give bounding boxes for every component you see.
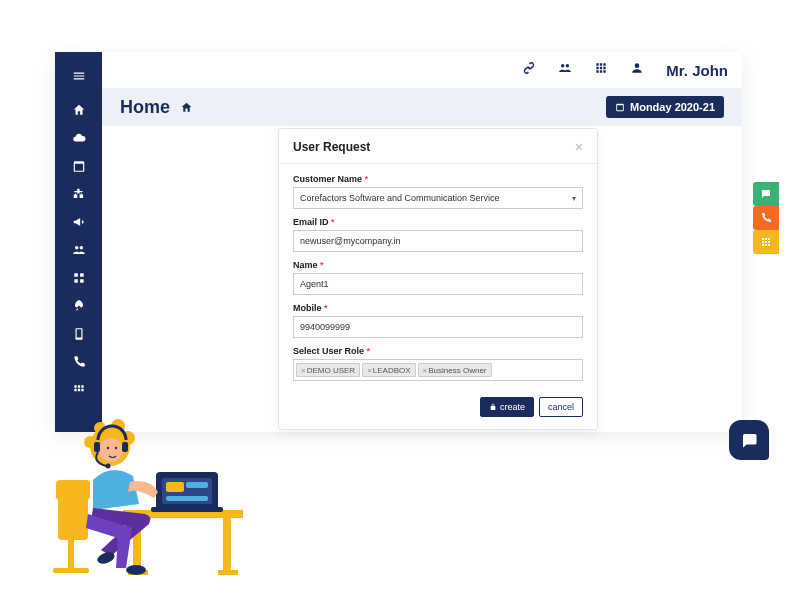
sidebar — [55, 52, 102, 432]
svg-rect-8 — [218, 570, 238, 575]
svg-point-16 — [96, 550, 116, 566]
svg-rect-23 — [94, 442, 100, 452]
floater-apps[interactable] — [753, 230, 779, 254]
svg-point-15 — [126, 565, 146, 575]
sidebar-item-rocket[interactable] — [55, 292, 102, 320]
cancel-button[interactable]: cancel — [539, 397, 583, 417]
customer-name-select[interactable]: Corefactors Software and Communication S… — [293, 187, 583, 209]
svg-rect-2 — [68, 540, 74, 570]
svg-rect-13 — [166, 496, 208, 501]
chat-icon — [740, 431, 758, 449]
svg-rect-0 — [58, 495, 88, 540]
topbar: Mr. John — [102, 52, 742, 88]
apps-icon — [72, 383, 86, 397]
sitemap-icon — [72, 187, 86, 201]
cloud-icon — [72, 131, 86, 145]
svg-point-25 — [106, 464, 111, 469]
sidebar-item-mobile[interactable] — [55, 320, 102, 348]
modal-title: User Request — [293, 140, 370, 154]
sidebar-item-org[interactable] — [55, 180, 102, 208]
phone-icon — [760, 212, 772, 224]
lock-icon — [489, 403, 497, 411]
sidebar-item-phone[interactable] — [55, 348, 102, 376]
svg-rect-9 — [156, 472, 218, 510]
mobile-icon — [72, 327, 86, 341]
mobile-input[interactable] — [293, 316, 583, 338]
link-button[interactable] — [522, 61, 536, 79]
calendar-icon — [615, 102, 625, 112]
chat-fab[interactable] — [729, 420, 769, 460]
svg-rect-7 — [128, 570, 148, 575]
users-icon — [558, 61, 572, 75]
floating-actions — [753, 182, 779, 254]
role-tag[interactable]: ×DEMO USER — [296, 363, 360, 377]
name-input[interactable] — [293, 273, 583, 295]
bullhorn-icon — [72, 215, 86, 229]
sidebar-item-users[interactable] — [55, 236, 102, 264]
sidebar-item-marketing[interactable] — [55, 208, 102, 236]
role-tag[interactable]: ×LEADBOX — [362, 363, 415, 377]
role-tag-input[interactable]: ×DEMO USER ×LEADBOX ×Business Owner — [293, 359, 583, 381]
email-label: Email ID * — [293, 217, 583, 227]
svg-rect-10 — [162, 478, 212, 504]
grid-icon — [594, 61, 608, 75]
user-icon — [630, 61, 644, 75]
svg-rect-5 — [133, 518, 141, 573]
svg-rect-14 — [151, 507, 223, 512]
role-tag[interactable]: ×Business Owner — [418, 363, 492, 377]
username-label: Mr. John — [666, 62, 728, 79]
sidebar-item-apps[interactable] — [55, 376, 102, 404]
svg-point-27 — [115, 447, 117, 449]
home-icon — [72, 103, 86, 117]
svg-rect-3 — [53, 568, 89, 573]
profile-button[interactable] — [630, 61, 644, 79]
svg-point-19 — [121, 431, 135, 445]
menu-toggle[interactable] — [55, 62, 102, 90]
grid-icon — [72, 271, 86, 285]
modal-close-button[interactable]: × — [575, 139, 583, 155]
grid-icon — [760, 236, 772, 248]
svg-rect-4 — [123, 510, 243, 518]
customer-name-value: Corefactors Software and Communication S… — [300, 193, 500, 203]
chevron-down-icon: ▾ — [572, 194, 576, 203]
mobile-label: Mobile * — [293, 303, 583, 313]
sidebar-item-calendar[interactable] — [55, 152, 102, 180]
calendar-icon — [72, 159, 86, 173]
user-request-modal: User Request × Customer Name * Corefacto… — [278, 128, 598, 430]
sidebar-item-cloud[interactable] — [55, 124, 102, 152]
name-label: Name * — [293, 260, 583, 270]
sidebar-item-home[interactable] — [55, 96, 102, 124]
rocket-icon — [72, 299, 86, 313]
floater-chat[interactable] — [753, 182, 779, 206]
page-title: Home — [120, 97, 170, 118]
link-icon — [522, 61, 536, 75]
svg-rect-11 — [166, 482, 184, 492]
customer-name-label: Customer Name * — [293, 174, 583, 184]
users-button[interactable] — [558, 61, 572, 79]
period-selector[interactable]: Monday 2020-21 — [606, 96, 724, 118]
svg-rect-1 — [56, 480, 90, 500]
users-icon — [72, 243, 86, 257]
grid-button[interactable] — [594, 61, 608, 79]
svg-rect-24 — [122, 442, 128, 452]
svg-rect-12 — [186, 482, 208, 488]
role-label: Select User Role * — [293, 346, 583, 356]
sidebar-item-grid[interactable] — [55, 264, 102, 292]
home-icon — [180, 101, 193, 114]
svg-point-26 — [107, 447, 109, 449]
page-subheader: Home Monday 2020-21 — [102, 88, 742, 126]
svg-point-22 — [99, 438, 123, 462]
speech-icon — [760, 188, 772, 200]
email-input[interactable] — [293, 230, 583, 252]
svg-point-18 — [84, 436, 96, 448]
svg-point-17 — [90, 426, 130, 466]
hamburger-icon — [72, 69, 86, 83]
svg-rect-6 — [223, 518, 231, 573]
create-button[interactable]: create — [480, 397, 534, 417]
phone-icon — [72, 355, 86, 369]
floater-call[interactable] — [753, 206, 779, 230]
period-label: Monday 2020-21 — [630, 101, 715, 113]
